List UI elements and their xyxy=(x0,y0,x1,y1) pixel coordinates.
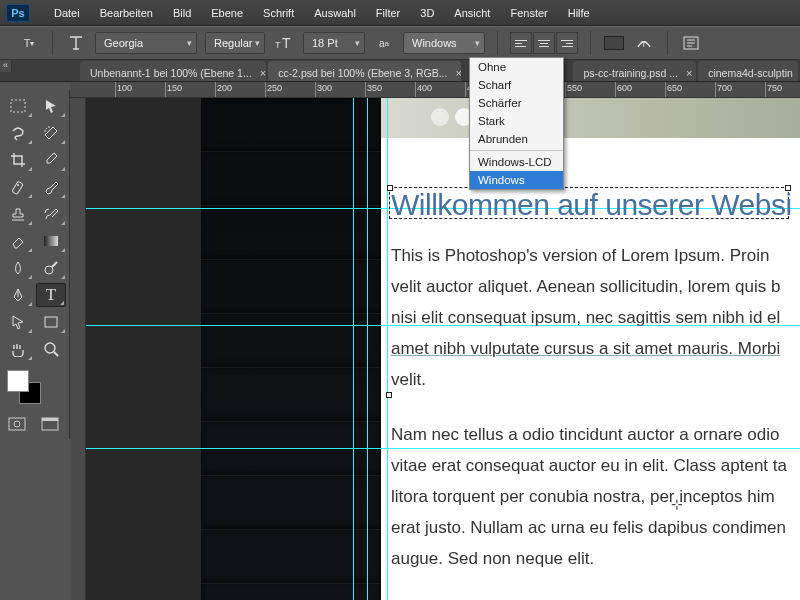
font-size-icon: TT xyxy=(273,32,295,54)
healing-tool[interactable] xyxy=(3,175,33,199)
dodge-tool[interactable] xyxy=(36,256,66,280)
shape-tool[interactable] xyxy=(36,310,66,334)
menu-ebene[interactable]: Ebene xyxy=(201,7,253,19)
warp-text-icon[interactable]: T xyxy=(633,32,655,54)
marquee-tool[interactable] xyxy=(3,94,33,118)
guide-vertical[interactable] xyxy=(353,98,354,600)
antialias-icon: aa xyxy=(373,32,395,54)
tab-1[interactable]: cc-2.psd bei 100% (Ebene 3, RGB...× xyxy=(268,61,461,81)
paragraph-panel-icon[interactable] xyxy=(680,32,702,54)
crop-tool[interactable] xyxy=(3,148,33,172)
svg-line-15 xyxy=(54,352,58,356)
svg-text:T: T xyxy=(282,35,291,51)
svg-point-11 xyxy=(45,266,53,274)
antialias-dropdown[interactable]: Windows xyxy=(403,32,485,54)
dark-texture xyxy=(201,98,381,600)
menu-bild[interactable]: Bild xyxy=(163,7,201,19)
tab-0[interactable]: Unbenannt-1 bei 100% (Ebene 1...× xyxy=(80,61,266,81)
menu-auswahl[interactable]: Auswahl xyxy=(304,7,366,19)
move-tool[interactable] xyxy=(36,94,66,118)
aa-option-ohne[interactable]: Ohne xyxy=(470,58,563,76)
gradient-tool[interactable] xyxy=(36,229,66,253)
canvas-area[interactable]: Willkommen auf unserer Websi This is Pho… xyxy=(70,98,800,600)
type-tool[interactable]: T xyxy=(36,283,66,307)
foreground-color[interactable] xyxy=(7,370,29,392)
paragraph[interactable]: This is Photoshop's version of Lorem Ips… xyxy=(391,240,800,395)
header-image xyxy=(381,98,800,138)
text-color-swatch[interactable] xyxy=(603,32,625,54)
close-icon[interactable]: × xyxy=(455,67,461,79)
tool-preset-icon[interactable]: T▾ xyxy=(18,32,40,54)
menu-bar: Ps Datei Bearbeiten Bild Ebene Schrift A… xyxy=(0,0,800,26)
svg-rect-10 xyxy=(44,236,58,246)
tab-3[interactable]: cinema4d-sculptin xyxy=(698,61,798,81)
text-orientation-icon[interactable] xyxy=(65,32,87,54)
aa-option-scharf[interactable]: Scharf xyxy=(470,76,563,94)
font-size-dropdown[interactable]: 18 Pt xyxy=(303,32,365,54)
path-selection-tool[interactable] xyxy=(3,310,33,334)
pen-tool[interactable] xyxy=(3,283,33,307)
svg-rect-16 xyxy=(9,418,25,430)
menu-filter[interactable]: Filter xyxy=(366,7,410,19)
menu-separator xyxy=(470,150,563,151)
vertical-ruler[interactable] xyxy=(70,98,86,600)
aa-option-abrunden[interactable]: Abrunden xyxy=(470,130,563,148)
eraser-tool[interactable] xyxy=(3,229,33,253)
hand-tool[interactable] xyxy=(3,337,33,361)
svg-text:T: T xyxy=(275,40,281,50)
text-content[interactable]: Willkommen auf unserer Websi This is Pho… xyxy=(391,188,800,600)
svg-point-9 xyxy=(17,184,19,186)
lasso-tool[interactable] xyxy=(3,121,33,145)
aa-option-stark[interactable]: Stark xyxy=(470,112,563,130)
heading-1[interactable]: Willkommen auf unserer Websi xyxy=(391,188,800,222)
quickmask-icon[interactable] xyxy=(3,413,31,435)
paragraph[interactable]: Nam nec tellus a odio tincidunt auctor a… xyxy=(391,419,800,574)
eyedropper-tool[interactable] xyxy=(36,148,66,172)
zoom-tool[interactable] xyxy=(36,337,66,361)
close-icon[interactable]: × xyxy=(260,67,266,79)
menu-datei[interactable]: Datei xyxy=(44,7,90,19)
aa-option-windows[interactable]: Windows xyxy=(470,171,563,189)
history-brush-tool[interactable] xyxy=(36,202,66,226)
svg-rect-7 xyxy=(11,100,25,112)
close-icon[interactable]: × xyxy=(686,67,692,79)
align-left-button[interactable] xyxy=(510,32,532,54)
svg-point-17 xyxy=(14,421,20,427)
blur-tool[interactable] xyxy=(3,256,33,280)
document-tabs: Unbenannt-1 bei 100% (Ebene 1...× cc-2.p… xyxy=(0,60,800,82)
menu-3d[interactable]: 3D xyxy=(410,7,444,19)
aa-option-schaerfer[interactable]: Schärfer xyxy=(470,94,563,112)
menu-bearbeiten[interactable]: Bearbeiten xyxy=(90,7,163,19)
aa-option-windows-lcd[interactable]: Windows-LCD xyxy=(470,153,563,171)
tab-2[interactable]: ps-cc-training.psd ...× xyxy=(573,61,696,81)
text-cursor-icon: ⊹ xyxy=(671,496,683,512)
horizontal-ruler[interactable]: 1001502002503003504004505005506006507007… xyxy=(70,82,800,98)
tools-panel: T xyxy=(0,90,70,439)
stamp-tool[interactable] xyxy=(3,202,33,226)
align-right-button[interactable] xyxy=(556,32,578,54)
flyout-toggle[interactable]: « xyxy=(0,60,12,72)
font-family-dropdown[interactable]: Georgia xyxy=(95,32,197,54)
antialias-menu: Ohne Scharf Schärfer Stark Abrunden Wind… xyxy=(469,57,564,190)
menu-ansicht[interactable]: Ansicht xyxy=(444,7,500,19)
menu-schrift[interactable]: Schrift xyxy=(253,7,304,19)
svg-text:T: T xyxy=(641,39,647,49)
svg-point-14 xyxy=(45,343,55,353)
guide-vertical[interactable] xyxy=(367,98,368,600)
color-swatches[interactable] xyxy=(3,364,66,410)
document: Willkommen auf unserer Websi This is Pho… xyxy=(86,98,800,600)
text-align-group xyxy=(510,32,578,54)
screenmode-icon[interactable] xyxy=(36,413,64,435)
menu-fenster[interactable]: Fenster xyxy=(500,7,557,19)
magic-wand-tool[interactable] xyxy=(36,121,66,145)
font-style-dropdown[interactable]: Regular xyxy=(205,32,265,54)
menu-hilfe[interactable]: Hilfe xyxy=(558,7,600,19)
guide-vertical[interactable] xyxy=(387,98,388,600)
svg-rect-13 xyxy=(45,317,57,327)
brush-tool[interactable] xyxy=(36,175,66,199)
svg-rect-19 xyxy=(42,418,58,421)
align-center-button[interactable] xyxy=(533,32,555,54)
svg-rect-8 xyxy=(12,181,23,194)
options-bar: T▾ Georgia Regular TT 18 Pt aa Windows T xyxy=(0,26,800,60)
svg-line-12 xyxy=(52,262,57,267)
